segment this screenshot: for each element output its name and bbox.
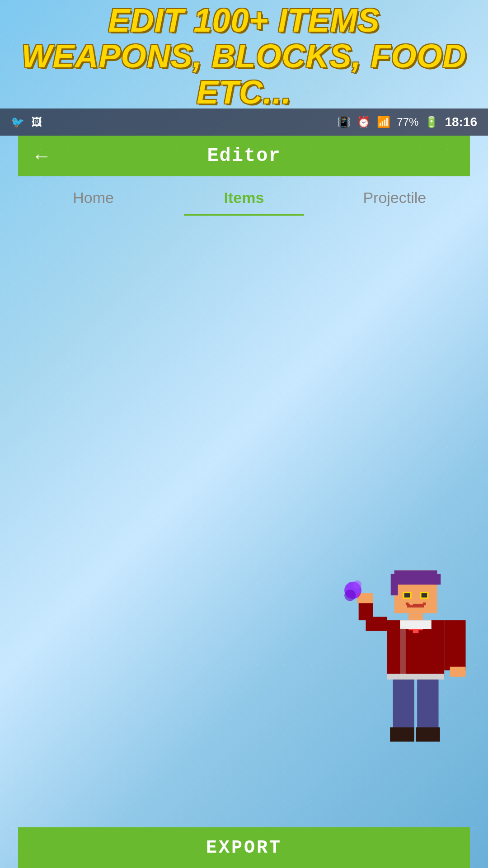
status-bar: 🐦 🖼 📳 ⏰ 📶 77% 🔋 18:16 (0, 108, 488, 136)
promo-banner: EDIT 100+ ITEMS WEAPONS, BLOCKS, FOOD ET… (0, 0, 488, 108)
twitter-icon: 🐦 (11, 116, 24, 128)
status-right-info: 📳 ⏰ 📶 77% 🔋 18:16 (337, 115, 477, 129)
battery-percent: 77% (397, 116, 418, 128)
alarm-icon: ⏰ (357, 116, 371, 128)
export-label: EXPORT (206, 838, 282, 858)
clock: 18:16 (445, 115, 477, 129)
vibrate-icon: 📳 (337, 116, 351, 128)
export-button[interactable]: EXPORT (18, 827, 470, 868)
battery-icon: 🔋 (425, 116, 438, 128)
status-left-icons: 🐦 🖼 (11, 116, 42, 128)
image-icon: 🖼 (32, 116, 42, 128)
promo-text: EDIT 100+ ITEMS WEAPONS, BLOCKS, FOOD ET… (14, 3, 474, 110)
signal-icon: 📶 (377, 116, 390, 128)
